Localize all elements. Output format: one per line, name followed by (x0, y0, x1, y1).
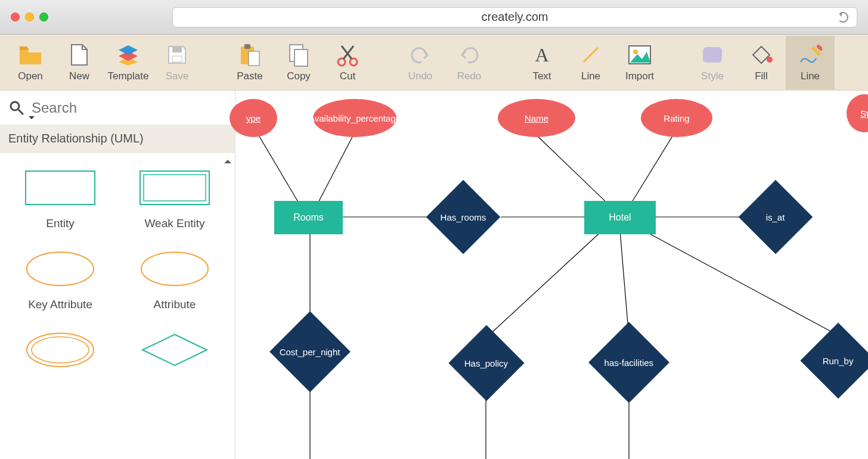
window-close-icon[interactable] (11, 13, 20, 21)
search-dropdown-icon[interactable] (29, 116, 35, 122)
style-rect-icon (700, 43, 724, 67)
svg-text:A: A (535, 45, 548, 65)
save-button[interactable]: Save (153, 36, 202, 89)
tool-label: Cut (340, 70, 355, 82)
svg-rect-18 (140, 171, 209, 204)
key-attribute-preview-icon (21, 248, 99, 290)
svg-line-10 (584, 48, 598, 62)
entity-rooms[interactable]: Rooms (274, 201, 343, 234)
shape-category-header[interactable]: Entity Relationship (UML) (0, 125, 235, 153)
svg-line-35 (644, 231, 838, 335)
url-text: creately.com (482, 10, 548, 24)
copy-icon (287, 43, 311, 67)
search-icon[interactable] (9, 100, 24, 116)
svg-rect-19 (144, 175, 206, 201)
entity-hotel[interactable]: Hotel (584, 201, 656, 234)
svg-rect-17 (26, 171, 95, 204)
category-label: Entity Relationship (UML) (8, 132, 144, 145)
fill-button[interactable]: Fill (737, 36, 786, 89)
line-icon (579, 43, 603, 67)
svg-rect-6 (294, 49, 308, 66)
traffic-lights (11, 13, 48, 21)
paste-button[interactable]: Paste (225, 36, 274, 89)
undo-icon (408, 43, 432, 67)
cut-button[interactable]: Cut (323, 36, 372, 89)
attribute-name[interactable]: Name (498, 99, 575, 137)
new-button[interactable]: New (55, 36, 104, 89)
line-button[interactable]: Line (566, 36, 615, 89)
main-toolbar: Open New Template Save Paste Copy C (0, 35, 868, 91)
diagram-edges (235, 91, 868, 459)
shape-label: Entity (46, 217, 75, 230)
image-import-icon (628, 43, 652, 67)
svg-point-23 (32, 337, 89, 363)
scroll-up-icon[interactable] (224, 156, 231, 163)
text-a-icon: A (530, 43, 554, 67)
tool-label: Undo (408, 70, 433, 82)
svg-point-21 (141, 252, 208, 286)
tool-label: Fill (755, 70, 768, 82)
undo-button[interactable]: Undo (396, 36, 445, 89)
diagram-canvas[interactable]: ype Availability_percentage Name Rating … (235, 91, 868, 459)
import-button[interactable]: Import (615, 36, 664, 89)
shape-attribute[interactable]: Attribute (120, 248, 229, 311)
svg-line-34 (620, 231, 629, 338)
open-button[interactable]: Open (6, 36, 55, 89)
svg-line-25 (316, 132, 355, 207)
tool-label: Paste (237, 70, 262, 82)
copy-button[interactable]: Copy (274, 36, 323, 89)
attribute-preview-icon (136, 248, 213, 290)
svg-point-14 (767, 57, 773, 63)
tool-label: Save (166, 70, 189, 82)
tool-label: Import (625, 70, 654, 82)
shape-sidebar: Entity Relationship (UML) Entity Weak En… (0, 91, 235, 459)
shape-entity[interactable]: Entity (6, 167, 114, 230)
shape-key-attribute[interactable]: Key Attribute (6, 248, 114, 311)
template-button[interactable]: Template (104, 36, 153, 89)
text-button[interactable]: A Text (517, 36, 566, 89)
svg-line-16 (18, 110, 23, 114)
save-icon (165, 43, 189, 67)
svg-point-15 (11, 102, 19, 110)
shape-multivalued-attribute[interactable] (6, 329, 114, 371)
tool-label: Redo (457, 70, 482, 82)
paste-icon (238, 43, 262, 67)
tool-label: New (69, 70, 89, 82)
tool-label: Template (108, 70, 149, 82)
shape-label: Key Attribute (28, 298, 92, 311)
window-maximize-icon[interactable] (39, 13, 48, 21)
pencil-line-icon (798, 43, 822, 67)
search-row (0, 91, 235, 125)
refresh-icon[interactable] (838, 12, 848, 23)
address-bar[interactable]: creately.com (172, 7, 857, 27)
template-stack-icon (116, 43, 140, 67)
svg-rect-0 (172, 46, 182, 52)
tool-label: Line (581, 70, 600, 82)
search-input[interactable] (32, 100, 226, 116)
relationship-preview-icon (136, 329, 213, 371)
redo-button[interactable]: Redo (445, 36, 494, 89)
tool-label: Line (801, 70, 820, 82)
attribute-rating[interactable]: Rating (641, 99, 712, 137)
shape-relationship[interactable] (120, 329, 229, 371)
shape-label: Weak Entity (144, 217, 204, 230)
tool-label: Text (532, 70, 551, 82)
browser-titlebar: creately.com (0, 0, 868, 35)
svg-point-20 (27, 252, 94, 286)
fill-bucket-icon (749, 43, 773, 67)
shape-label: Attribute (154, 298, 196, 311)
style-button[interactable]: Style (688, 36, 737, 89)
svg-line-33 (486, 231, 602, 338)
window-minimize-icon[interactable] (25, 13, 34, 21)
scissors-icon (336, 43, 359, 67)
svg-rect-13 (703, 47, 722, 63)
svg-point-12 (633, 49, 638, 54)
line-tool-button[interactable]: Line (786, 36, 835, 89)
attribute-availability[interactable]: Availability_percentage (313, 99, 396, 137)
tool-label: Copy (287, 70, 311, 82)
svg-line-24 (253, 126, 301, 207)
shape-weak-entity[interactable]: Weak Entity (120, 167, 229, 230)
tool-label: Open (18, 70, 43, 82)
attribute-type[interactable]: ype (230, 99, 277, 137)
redo-icon (457, 43, 481, 67)
